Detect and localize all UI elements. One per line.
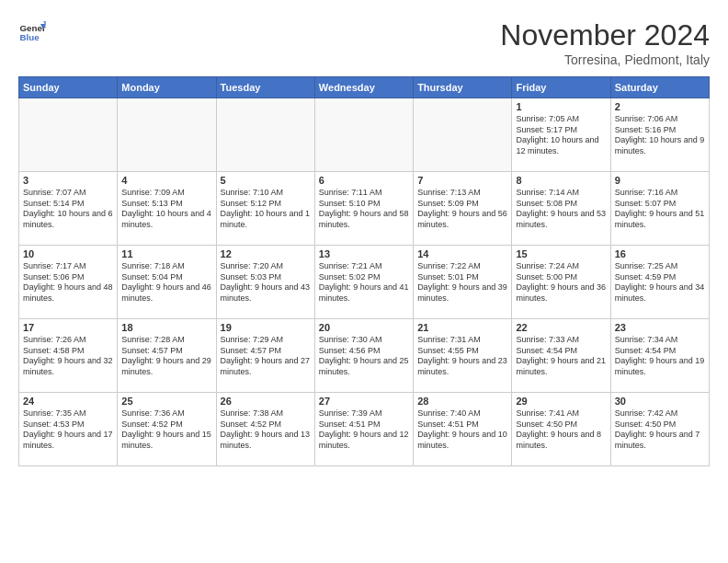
day-info: Sunrise: 7:18 AM Sunset: 5:04 PM Dayligh… bbox=[121, 261, 211, 304]
day-info: Sunrise: 7:35 AM Sunset: 4:53 PM Dayligh… bbox=[23, 408, 113, 452]
calendar-cell: 3Sunrise: 7:07 AM Sunset: 5:14 PM Daylig… bbox=[19, 172, 118, 246]
day-info: Sunrise: 7:16 AM Sunset: 5:07 PM Dayligh… bbox=[615, 188, 705, 231]
day-info: Sunrise: 7:05 AM Sunset: 5:17 PM Dayligh… bbox=[516, 114, 606, 157]
calendar-header-row: SundayMondayTuesdayWednesdayThursdayFrid… bbox=[19, 77, 710, 98]
day-number: 6 bbox=[319, 175, 409, 186]
day-number: 24 bbox=[23, 396, 113, 407]
calendar-cell: 28Sunrise: 7:40 AM Sunset: 4:51 PM Dayli… bbox=[414, 393, 512, 466]
calendar-header-friday: Friday bbox=[512, 77, 610, 98]
day-info: Sunrise: 7:29 AM Sunset: 4:57 PM Dayligh… bbox=[221, 335, 311, 378]
calendar-cell: 19Sunrise: 7:29 AM Sunset: 4:57 PM Dayli… bbox=[216, 319, 314, 393]
day-info: Sunrise: 7:22 AM Sunset: 5:01 PM Dayligh… bbox=[417, 261, 507, 304]
calendar-cell: 26Sunrise: 7:38 AM Sunset: 4:52 PM Dayli… bbox=[216, 393, 314, 466]
calendar-cell: 6Sunrise: 7:11 AM Sunset: 5:10 PM Daylig… bbox=[314, 172, 413, 246]
day-info: Sunrise: 7:20 AM Sunset: 5:03 PM Dayligh… bbox=[221, 261, 311, 304]
day-info: Sunrise: 7:26 AM Sunset: 4:58 PM Dayligh… bbox=[23, 335, 113, 378]
calendar-cell: 4Sunrise: 7:09 AM Sunset: 5:13 PM Daylig… bbox=[118, 172, 216, 246]
calendar-cell: 24Sunrise: 7:35 AM Sunset: 4:53 PM Dayli… bbox=[19, 393, 118, 466]
logo: General Blue bbox=[18, 18, 46, 46]
day-number: 7 bbox=[417, 175, 507, 186]
day-info: Sunrise: 7:28 AM Sunset: 4:57 PM Dayligh… bbox=[121, 335, 211, 378]
day-number: 9 bbox=[615, 175, 705, 186]
day-info: Sunrise: 7:11 AM Sunset: 5:10 PM Dayligh… bbox=[319, 188, 409, 231]
day-number: 2 bbox=[615, 101, 705, 112]
calendar-cell bbox=[216, 98, 314, 172]
day-number: 30 bbox=[615, 396, 705, 407]
svg-text:Blue: Blue bbox=[20, 32, 40, 42]
calendar-week-row: 3Sunrise: 7:07 AM Sunset: 5:14 PM Daylig… bbox=[19, 172, 710, 246]
day-number: 15 bbox=[516, 248, 606, 259]
calendar-table: SundayMondayTuesdayWednesdayThursdayFrid… bbox=[18, 76, 710, 466]
subtitle: Torresina, Piedmont, Italy bbox=[500, 52, 710, 67]
calendar-week-row: 10Sunrise: 7:17 AM Sunset: 5:06 PM Dayli… bbox=[19, 246, 710, 319]
day-info: Sunrise: 7:21 AM Sunset: 5:02 PM Dayligh… bbox=[319, 261, 409, 304]
day-number: 12 bbox=[221, 248, 311, 259]
calendar-cell: 22Sunrise: 7:33 AM Sunset: 4:54 PM Dayli… bbox=[512, 319, 610, 393]
calendar-cell bbox=[19, 98, 118, 172]
calendar-cell: 21Sunrise: 7:31 AM Sunset: 4:55 PM Dayli… bbox=[414, 319, 512, 393]
calendar-cell: 27Sunrise: 7:39 AM Sunset: 4:51 PM Dayli… bbox=[314, 393, 413, 466]
calendar-cell: 1Sunrise: 7:05 AM Sunset: 5:17 PM Daylig… bbox=[512, 98, 610, 172]
day-number: 21 bbox=[417, 322, 507, 333]
day-info: Sunrise: 7:14 AM Sunset: 5:08 PM Dayligh… bbox=[516, 188, 606, 231]
header: General Blue November 2024 Torresina, Pi… bbox=[18, 18, 710, 67]
calendar-cell: 11Sunrise: 7:18 AM Sunset: 5:04 PM Dayli… bbox=[118, 246, 216, 319]
title-area: November 2024 Torresina, Piedmont, Italy bbox=[500, 18, 710, 67]
day-info: Sunrise: 7:42 AM Sunset: 4:50 PM Dayligh… bbox=[615, 408, 705, 452]
day-number: 27 bbox=[319, 396, 409, 407]
calendar-header-saturday: Saturday bbox=[610, 77, 709, 98]
day-number: 16 bbox=[615, 248, 705, 259]
day-info: Sunrise: 7:33 AM Sunset: 4:54 PM Dayligh… bbox=[516, 335, 606, 378]
day-info: Sunrise: 7:40 AM Sunset: 4:51 PM Dayligh… bbox=[417, 408, 507, 452]
calendar-cell: 5Sunrise: 7:10 AM Sunset: 5:12 PM Daylig… bbox=[216, 172, 314, 246]
calendar-header-monday: Monday bbox=[118, 77, 216, 98]
day-info: Sunrise: 7:13 AM Sunset: 5:09 PM Dayligh… bbox=[417, 188, 507, 231]
day-number: 11 bbox=[121, 248, 211, 259]
calendar-cell: 14Sunrise: 7:22 AM Sunset: 5:01 PM Dayli… bbox=[414, 246, 512, 319]
calendar-header-tuesday: Tuesday bbox=[216, 77, 314, 98]
day-number: 10 bbox=[23, 248, 113, 259]
day-number: 4 bbox=[121, 175, 211, 186]
calendar-cell: 8Sunrise: 7:14 AM Sunset: 5:08 PM Daylig… bbox=[512, 172, 610, 246]
calendar-cell: 10Sunrise: 7:17 AM Sunset: 5:06 PM Dayli… bbox=[19, 246, 118, 319]
calendar-cell: 7Sunrise: 7:13 AM Sunset: 5:09 PM Daylig… bbox=[414, 172, 512, 246]
calendar-header-sunday: Sunday bbox=[19, 77, 118, 98]
day-info: Sunrise: 7:31 AM Sunset: 4:55 PM Dayligh… bbox=[417, 335, 507, 378]
calendar-cell: 30Sunrise: 7:42 AM Sunset: 4:50 PM Dayli… bbox=[610, 393, 709, 466]
month-title: November 2024 bbox=[500, 18, 710, 52]
day-number: 20 bbox=[319, 322, 409, 333]
day-number: 22 bbox=[516, 322, 606, 333]
calendar-cell: 13Sunrise: 7:21 AM Sunset: 5:02 PM Dayli… bbox=[314, 246, 413, 319]
day-number: 23 bbox=[615, 322, 705, 333]
day-info: Sunrise: 7:09 AM Sunset: 5:13 PM Dayligh… bbox=[121, 188, 211, 231]
calendar-cell: 9Sunrise: 7:16 AM Sunset: 5:07 PM Daylig… bbox=[610, 172, 709, 246]
day-number: 18 bbox=[121, 322, 211, 333]
calendar-cell bbox=[118, 98, 216, 172]
calendar-header-thursday: Thursday bbox=[414, 77, 512, 98]
day-info: Sunrise: 7:06 AM Sunset: 5:16 PM Dayligh… bbox=[615, 114, 705, 157]
calendar-cell bbox=[314, 98, 413, 172]
calendar-cell: 29Sunrise: 7:41 AM Sunset: 4:50 PM Dayli… bbox=[512, 393, 610, 466]
calendar-cell: 20Sunrise: 7:30 AM Sunset: 4:56 PM Dayli… bbox=[314, 319, 413, 393]
calendar-cell: 16Sunrise: 7:25 AM Sunset: 4:59 PM Dayli… bbox=[610, 246, 709, 319]
calendar-cell: 2Sunrise: 7:06 AM Sunset: 5:16 PM Daylig… bbox=[610, 98, 709, 172]
calendar-cell: 23Sunrise: 7:34 AM Sunset: 4:54 PM Dayli… bbox=[610, 319, 709, 393]
day-info: Sunrise: 7:39 AM Sunset: 4:51 PM Dayligh… bbox=[319, 408, 409, 452]
calendar-cell: 25Sunrise: 7:36 AM Sunset: 4:52 PM Dayli… bbox=[118, 393, 216, 466]
day-info: Sunrise: 7:36 AM Sunset: 4:52 PM Dayligh… bbox=[121, 408, 211, 452]
calendar-cell: 12Sunrise: 7:20 AM Sunset: 5:03 PM Dayli… bbox=[216, 246, 314, 319]
day-number: 26 bbox=[221, 396, 311, 407]
calendar-cell bbox=[414, 98, 512, 172]
day-info: Sunrise: 7:34 AM Sunset: 4:54 PM Dayligh… bbox=[615, 335, 705, 378]
day-number: 13 bbox=[319, 248, 409, 259]
calendar-cell: 18Sunrise: 7:28 AM Sunset: 4:57 PM Dayli… bbox=[118, 319, 216, 393]
logo-icon: General Blue bbox=[18, 18, 46, 46]
calendar-header-wednesday: Wednesday bbox=[314, 77, 413, 98]
day-info: Sunrise: 7:25 AM Sunset: 4:59 PM Dayligh… bbox=[615, 261, 705, 304]
day-info: Sunrise: 7:10 AM Sunset: 5:12 PM Dayligh… bbox=[221, 188, 311, 231]
calendar-week-row: 17Sunrise: 7:26 AM Sunset: 4:58 PM Dayli… bbox=[19, 319, 710, 393]
day-info: Sunrise: 7:41 AM Sunset: 4:50 PM Dayligh… bbox=[516, 408, 606, 452]
day-info: Sunrise: 7:30 AM Sunset: 4:56 PM Dayligh… bbox=[319, 335, 409, 378]
day-number: 29 bbox=[516, 396, 606, 407]
day-info: Sunrise: 7:17 AM Sunset: 5:06 PM Dayligh… bbox=[23, 261, 113, 304]
